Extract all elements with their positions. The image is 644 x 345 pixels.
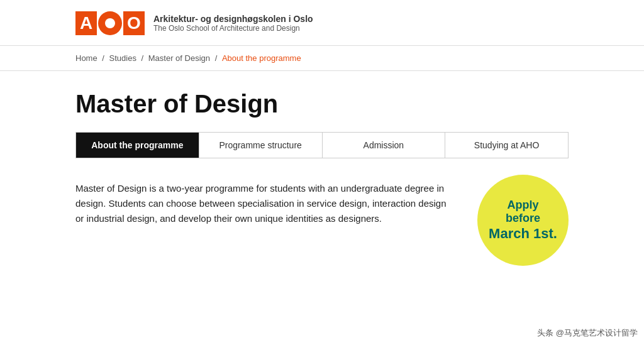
programme-description: Master of Design is a two-year programme… — [75, 181, 447, 226]
logo-block: A O Arkitektur- og designhøgskolen i Osl… — [75, 11, 313, 35]
apply-badge-line3: March 1st. — [489, 226, 557, 242]
breadcrumb: Home / Studies / Master of Design / Abou… — [0, 46, 644, 71]
main-content: Master of Design About the programme Pro… — [0, 71, 644, 245]
content-area: Master of Design is a two-year programme… — [75, 181, 569, 226]
tab-studying-aho[interactable]: Studying at AHO — [445, 133, 568, 158]
watermark: 头条 @马克笔艺术设计留学 — [537, 327, 638, 339]
header: A O Arkitektur- og designhøgskolen i Osl… — [0, 0, 644, 46]
breadcrumb-programme[interactable]: Master of Design — [148, 53, 210, 63]
breadcrumb-home[interactable]: Home — [75, 53, 97, 63]
logo-letter-o: O — [123, 11, 145, 35]
logo-text: Arkitektur- og designhøgskolen i Oslo Th… — [153, 14, 313, 33]
apply-badge: Apply before March 1st. — [477, 175, 569, 266]
tab-admission[interactable]: Admission — [323, 133, 446, 158]
logo-letter-a: A — [75, 11, 97, 35]
breadcrumb-studies[interactable]: Studies — [109, 53, 136, 63]
tab-about-programme[interactable]: About the programme — [76, 133, 199, 158]
breadcrumb-sep-2: / — [142, 53, 146, 63]
apply-badge-line2: before — [506, 212, 540, 226]
breadcrumb-active[interactable]: About the programme — [222, 53, 301, 63]
breadcrumb-sep-3: / — [215, 53, 219, 63]
tab-bar: About the programme Programme structure … — [75, 132, 569, 158]
tab-programme-structure[interactable]: Programme structure — [199, 133, 323, 158]
aho-logo: A O — [75, 11, 145, 35]
school-name: Arkitektur- og designhøgskolen i Oslo — [153, 14, 313, 24]
school-subtitle: The Oslo School of Architecture and Desi… — [153, 24, 313, 33]
apply-badge-line1: Apply — [507, 199, 538, 212]
logo-circle-inner — [105, 18, 115, 28]
breadcrumb-sep-1: / — [102, 53, 106, 63]
logo-circle — [98, 11, 122, 35]
page-title: Master of Design — [75, 90, 569, 118]
